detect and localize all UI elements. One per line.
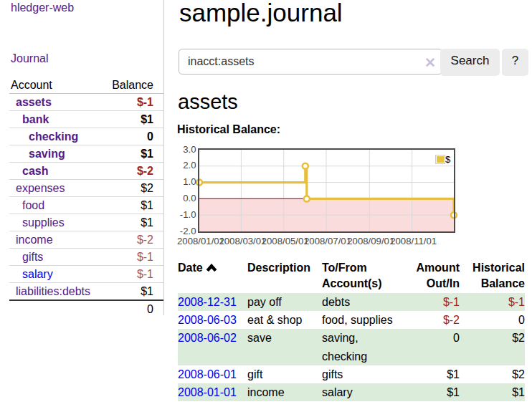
svg-text:2008/01/01: 2008/01/01: [177, 236, 224, 246]
svg-text:2008/09/01: 2008/09/01: [347, 236, 394, 246]
svg-text:0.0: 0.0: [183, 193, 196, 203]
svg-text:2008/07/01: 2008/07/01: [304, 236, 351, 246]
svg-text:1.0: 1.0: [183, 176, 196, 187]
svg-text:2008/05/01: 2008/05/01: [262, 236, 309, 246]
svg-text:-1.0: -1.0: [180, 209, 196, 220]
svg-text:-2.0: -2.0: [180, 226, 196, 236]
svg-text:2008/03/01: 2008/03/01: [219, 236, 266, 246]
svg-text:3.0: 3.0: [183, 144, 196, 155]
svg-text:2.0: 2.0: [183, 160, 196, 171]
svg-text:2008/11/01: 2008/11/01: [390, 236, 437, 246]
svg-text:$: $: [445, 154, 451, 165]
